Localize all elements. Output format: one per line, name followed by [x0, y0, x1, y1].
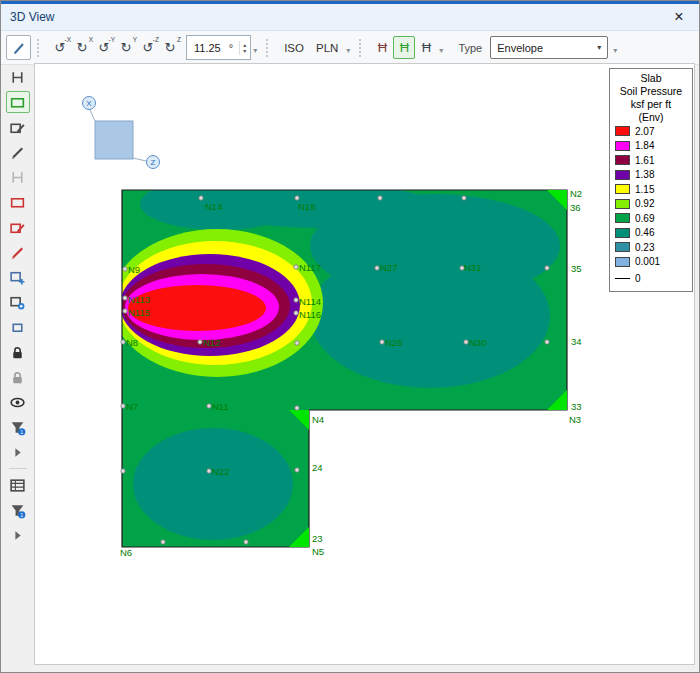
rotate-minus-x-button[interactable]: ↺-X	[49, 36, 71, 59]
node-label: N8	[126, 337, 138, 348]
legend-entry: 0.46	[612, 226, 690, 241]
legend-title-line: (Env)	[612, 111, 690, 124]
node-label: N117	[299, 262, 321, 273]
window-title: 3D View	[10, 10, 54, 24]
node-label: N30	[469, 337, 486, 348]
render-outline-button[interactable]: Ħ	[415, 36, 437, 59]
member-disabled-icon[interactable]	[6, 166, 30, 188]
toolbar-grip[interactable]	[37, 39, 42, 57]
node-label: N26	[385, 337, 402, 348]
close-icon[interactable]: ×	[668, 9, 690, 25]
node-label: 24	[312, 462, 323, 473]
rotate-minus-y-button[interactable]: ↺-Y	[93, 36, 115, 59]
erase-plate-icon[interactable]	[6, 216, 30, 238]
result-type-select[interactable]: Envelope ▾	[490, 36, 608, 59]
node-label: N18	[298, 201, 315, 212]
node-label: N12	[203, 337, 220, 348]
filter-results-icon[interactable]: 1	[6, 416, 30, 438]
element-settings-icon[interactable]	[6, 291, 30, 313]
node-label: 23	[312, 533, 323, 544]
iso-view-button[interactable]: ISO	[278, 40, 310, 56]
node-label: 33	[571, 401, 582, 412]
node-label: 35	[571, 263, 582, 274]
rotate-group: ↺-X↻X↺-Y↻Y↺-Z↻Z	[48, 33, 182, 62]
node-label: N114	[299, 296, 321, 307]
node-label: N7	[126, 401, 138, 412]
edit-tool-button[interactable]	[6, 35, 31, 60]
node-label: N5	[312, 546, 324, 557]
node-label: N2	[570, 188, 582, 199]
render-group: ĦĦĦ ▾	[370, 33, 446, 62]
render-full-button[interactable]: Ħ	[393, 36, 415, 59]
rotate-plus-y-button[interactable]: ↻Y	[115, 36, 137, 59]
delete-plate-icon[interactable]	[6, 191, 30, 213]
result-type-value: Envelope	[497, 42, 543, 54]
legend-entry: 0.23	[612, 240, 690, 255]
plan-view-button[interactable]: PLN	[310, 40, 344, 56]
lock-icon[interactable]	[6, 341, 30, 363]
select-chevron-icon: ▾	[597, 43, 601, 52]
draw-pencil-icon[interactable]	[6, 141, 30, 163]
orientation-plane	[95, 121, 133, 159]
legend-entry: 2.07	[612, 124, 690, 139]
angle-dropdown-chevron-icon[interactable]: ▾	[253, 46, 257, 55]
rotate-plus-x-button[interactable]: ↻X	[71, 36, 93, 59]
copy-element-icon[interactable]	[6, 266, 30, 288]
legend-zero-entry: 0	[612, 269, 690, 288]
legend-entry: 0.001	[612, 255, 690, 270]
expand-tools-icon[interactable]	[6, 441, 30, 463]
model-view-canvas[interactable]: N14N18N236N9N117N27N3135N113N115N114N116…	[34, 63, 695, 665]
svg-text:1: 1	[20, 512, 23, 518]
legend-title-line: Soil Pressure	[612, 85, 690, 98]
rotate-plus-z-button[interactable]: ↻Z	[159, 36, 181, 59]
zero-line-swatch	[615, 278, 630, 279]
legend-zero-value: 0	[635, 273, 641, 284]
rotation-angle-unit: °	[229, 42, 233, 54]
view-dropdown-chevron-icon[interactable]: ▾	[346, 46, 350, 55]
toolbar-grip[interactable]	[266, 39, 271, 57]
draw-plate-icon[interactable]	[6, 91, 30, 113]
node-label: N4	[312, 414, 324, 425]
contour-legend: Slab Soil Pressure ksf per ft (Env) 2.07…	[609, 68, 693, 292]
legend-entry: 1.15	[612, 182, 690, 197]
legend-entry: 0.92	[612, 197, 690, 212]
node-label: N6	[120, 547, 132, 558]
filter-view-icon[interactable]: 1	[6, 499, 30, 521]
toolbar: ↺-X↻X↺-Y↻Y↺-Z↻Z 11.25 ° ▴▾ ▾ ISO PLN ▾ Ħ…	[1, 31, 699, 65]
node-label: N31	[464, 262, 481, 273]
axes-orientation-widget: X Z	[75, 90, 167, 176]
node-label: N9	[128, 264, 140, 275]
render-wireframe-button[interactable]: Ħ	[371, 36, 393, 59]
angle-group: 11.25 ° ▴▾ ▾	[185, 33, 260, 62]
rotation-angle-value: 11.25	[194, 42, 221, 54]
small-box-icon[interactable]	[6, 316, 30, 338]
view-group: ISO PLN ▾	[277, 33, 353, 62]
node-label: 34	[571, 336, 582, 347]
spreadsheet-icon[interactable]	[6, 474, 30, 496]
node-label: N116	[299, 309, 321, 320]
toolbar-grip[interactable]	[359, 39, 364, 57]
z-axis-label: Z	[151, 158, 156, 167]
legend-title-line: ksf per ft	[612, 98, 690, 111]
type-dropdown-chevron-icon[interactable]: ▾	[613, 46, 617, 55]
titlebar: 3D View ×	[1, 4, 699, 31]
node-label: N113	[128, 294, 150, 305]
spinner-arrows[interactable]: ▴▾	[239, 41, 247, 55]
modify-plate-icon[interactable]	[6, 116, 30, 138]
expand-more-icon[interactable]	[6, 524, 30, 546]
node-label: 36	[570, 202, 581, 213]
node-label: N3	[569, 414, 581, 425]
svg-text:1: 1	[20, 429, 23, 435]
rotate-minus-z-button[interactable]: ↺-Z	[137, 36, 159, 59]
left-tool-sidebar: 11	[1, 63, 34, 663]
legend-entry: 1.61	[612, 153, 690, 168]
draw-member-icon[interactable]	[6, 66, 30, 88]
node-label: N27	[380, 262, 397, 273]
delete-pencil-icon[interactable]	[6, 241, 30, 263]
rotation-angle-spinner[interactable]: 11.25 ° ▴▾	[186, 35, 251, 60]
visibility-icon[interactable]	[6, 391, 30, 413]
unlock-icon[interactable]	[6, 366, 30, 388]
x-axis-label: X	[86, 99, 92, 108]
3d-view-window: 3D View × ↺-X↻X↺-Y↻Y↺-Z↻Z 11.25 ° ▴▾ ▾ I…	[0, 0, 700, 673]
render-dropdown-chevron-icon[interactable]: ▾	[439, 46, 443, 55]
